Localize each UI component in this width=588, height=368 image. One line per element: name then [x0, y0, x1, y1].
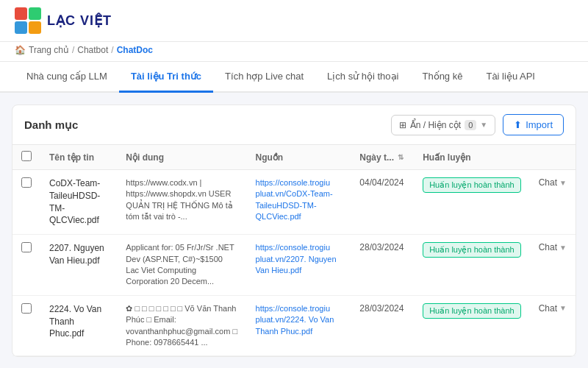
- row-filename: 2207. Nguyen Van Hieu.pdf: [40, 235, 117, 296]
- header: LẠC VIỆT: [0, 0, 588, 42]
- breadcrumb-chatbot[interactable]: Chatbot: [77, 45, 108, 55]
- import-icon: ⬆: [514, 119, 522, 130]
- breadcrumb-icon: 🏠: [15, 45, 26, 55]
- th-action: [530, 145, 576, 170]
- source-link[interactable]: https://console.trogiu pluat.vn/2207. Ng…: [256, 243, 337, 275]
- breadcrumb-current: ChatDoc: [117, 45, 153, 55]
- row-content: ✿ □ □ □ □ □ □ □ Võ Văn Thanh Phúc □ Emai…: [117, 295, 246, 356]
- row-filename: CoDX-Team-TaileuHDSD-TM-QLCViec.pdf: [40, 170, 117, 235]
- main-panel: Danh mục ⊞ Ẩn / Hiện cột 0 ▼ ⬆ Import Tê…: [12, 105, 576, 357]
- row-source: https://console.trogiu pluat.vn/2224. Vo…: [247, 295, 351, 356]
- row-action: Chat ▼: [530, 235, 576, 296]
- tab-history[interactable]: Lịch sử hội thoại: [315, 62, 410, 93]
- toolbar-title: Danh mục: [24, 118, 78, 132]
- table-body: CoDX-Team-TaileuHDSD-TM-QLCViec.pdf http…: [12, 170, 576, 356]
- import-button[interactable]: ⬆ Import: [503, 114, 564, 135]
- table-header-row: Tên tệp tin Nội dung Nguồn Ngày t... ⇅ H…: [12, 145, 576, 170]
- row-train-status: Huấn luyện hoàn thành: [414, 295, 530, 356]
- table-row: 2224. Vo Van Thanh Phuc.pdf ✿ □ □ □ □ □ …: [12, 295, 576, 356]
- row-action: Chat ▼: [530, 170, 576, 235]
- sort-icon[interactable]: ⇅: [398, 153, 404, 161]
- import-label: Import: [526, 119, 553, 130]
- source-link[interactable]: https://console.trogiu pluat.vn/2224. Vo…: [256, 304, 334, 336]
- chat-button[interactable]: Chat ▼: [539, 242, 567, 252]
- column-count-badge: 0: [465, 120, 476, 130]
- svg-rect-0: [15, 7, 27, 20]
- row-source: https://console.trogiu pluat.vn/CoDX-Tea…: [247, 170, 351, 235]
- chat-chevron-icon: ▼: [559, 304, 567, 312]
- svg-rect-1: [29, 7, 41, 20]
- th-date[interactable]: Ngày t... ⇅: [351, 145, 414, 170]
- tab-stats[interactable]: Thống kê: [410, 62, 474, 93]
- breadcrumb-sep-1: /: [72, 45, 74, 55]
- row-action: Chat ▼: [530, 295, 576, 356]
- logo: LẠC VIỆT: [15, 7, 112, 34]
- tabs-bar: Nhà cung cấp LLM Tài liệu Tri thức Tích …: [0, 62, 588, 93]
- th-content: Nội dung: [117, 145, 246, 170]
- row-checkbox[interactable]: [21, 242, 32, 252]
- toolbar: Danh mục ⊞ Ẩn / Hiện cột 0 ▼ ⬆ Import: [12, 105, 576, 145]
- th-date-label: Ngày t...: [359, 152, 394, 163]
- chat-label: Chat: [539, 177, 557, 188]
- row-source: https://console.trogiu pluat.vn/2207. Ng…: [247, 235, 351, 296]
- chat-chevron-icon: ▼: [559, 179, 567, 187]
- breadcrumb: 🏠 Trang chủ / Chatbot / ChatDoc: [0, 42, 588, 62]
- tab-llm[interactable]: Nhà cung cấp LLM: [15, 62, 119, 93]
- row-checkbox[interactable]: [21, 303, 32, 314]
- th-checkbox: [12, 145, 40, 170]
- logo-icon: [15, 7, 41, 34]
- chat-label: Chat: [539, 303, 557, 314]
- svg-rect-2: [15, 21, 27, 34]
- th-filename: Tên tệp tin: [40, 145, 117, 170]
- tab-livechat[interactable]: Tích hợp Live chat: [213, 62, 315, 93]
- chat-chevron-icon: ▼: [559, 244, 567, 252]
- toolbar-right: ⊞ Ẩn / Hiện cột 0 ▼ ⬆ Import: [391, 114, 564, 135]
- th-train: Huấn luyện: [414, 145, 530, 170]
- documents-table: Tên tệp tin Nội dung Nguồn Ngày t... ⇅ H…: [12, 145, 576, 356]
- row-filename: 2224. Vo Van Thanh Phuc.pdf: [40, 295, 117, 356]
- chat-button[interactable]: Chat ▼: [539, 303, 567, 314]
- chat-label: Chat: [539, 242, 557, 252]
- select-all-checkbox[interactable]: [21, 151, 32, 161]
- tab-knowledge[interactable]: Tài liệu Tri thức: [119, 62, 213, 93]
- breadcrumb-home[interactable]: Trang chủ: [29, 45, 69, 55]
- breadcrumb-sep-2: /: [111, 45, 113, 55]
- hide-columns-button[interactable]: ⊞ Ẩn / Hiện cột 0 ▼: [391, 115, 495, 135]
- logo-text: LẠC VIỆT: [47, 13, 112, 29]
- row-checkbox-cell: [12, 235, 40, 296]
- row-checkbox-cell: [12, 170, 40, 235]
- row-date: 04/04/2024: [351, 170, 414, 235]
- table-row: 2207. Nguyen Van Hieu.pdf Applicant for:…: [12, 235, 576, 296]
- row-checkbox[interactable]: [21, 177, 32, 188]
- tab-api[interactable]: Tài liệu API: [474, 62, 547, 93]
- table-wrap: Tên tệp tin Nội dung Nguồn Ngày t... ⇅ H…: [12, 145, 576, 356]
- row-checkbox-cell: [12, 295, 40, 356]
- hide-columns-label: Ẩn / Hiện cột: [410, 120, 461, 130]
- th-source: Nguồn: [247, 145, 351, 170]
- chat-button[interactable]: Chat ▼: [539, 177, 567, 188]
- table-row: CoDX-Team-TaileuHDSD-TM-QLCViec.pdf http…: [12, 170, 576, 235]
- row-date: 28/03/2024: [351, 235, 414, 296]
- row-content: Applicant for: 05 Fr/Jr/Sr .NET Dev (ASP…: [117, 235, 246, 296]
- source-link[interactable]: https://console.trogiu pluat.vn/CoDX-Tea…: [256, 178, 333, 221]
- row-content: https://www.codx.vn | https://www.shopdx…: [117, 170, 246, 235]
- row-date: 28/03/2024: [351, 295, 414, 356]
- svg-rect-3: [29, 21, 41, 34]
- chevron-down-icon: ▼: [480, 121, 487, 129]
- hide-columns-icon: ⊞: [399, 120, 406, 130]
- row-train-status: Huấn luyện hoàn thành: [414, 235, 530, 296]
- row-train-status: Huấn luyện hoàn thành: [414, 170, 530, 235]
